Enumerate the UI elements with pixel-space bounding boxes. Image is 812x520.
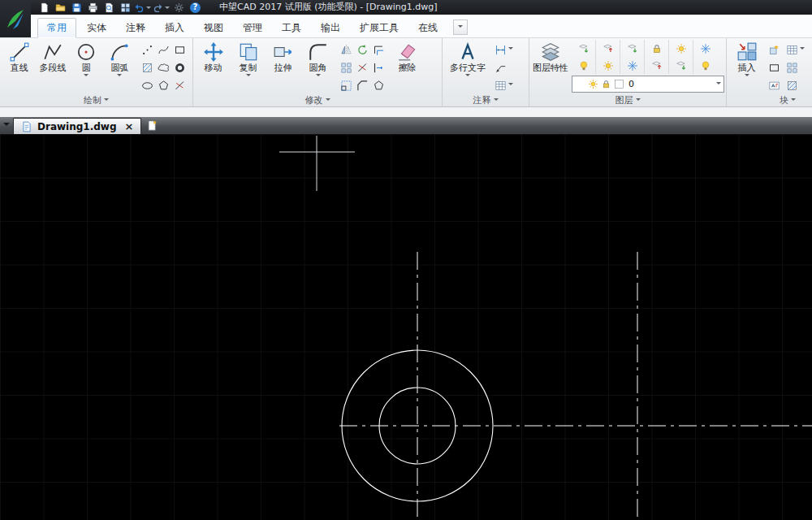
ribbon-collapse-button[interactable] <box>453 20 468 35</box>
previous-layer-button[interactable] <box>621 40 643 57</box>
layer-freeze-all-button[interactable] <box>694 40 716 57</box>
tab-home[interactable]: 常用 <box>37 18 76 38</box>
modify-group-label[interactable]: 修改 <box>193 94 442 106</box>
tab-annotate[interactable]: 注释 <box>117 19 154 37</box>
close-icon[interactable]: × <box>124 121 133 132</box>
layer-thaw-button[interactable] <box>597 57 619 74</box>
layer-properties-button[interactable]: 图层特性 <box>532 39 569 73</box>
ellipse-button[interactable] <box>139 76 155 94</box>
point-button[interactable] <box>139 41 155 58</box>
revision-cloud-button[interactable] <box>155 58 171 76</box>
layer-off-button[interactable] <box>694 57 716 74</box>
layer-merge-button[interactable] <box>670 57 692 74</box>
move-button[interactable]: 移动 <box>196 39 231 73</box>
ribbon-group-draw: 直线 多段线 圆 圆弧 <box>0 37 193 106</box>
print-button[interactable] <box>84 1 101 14</box>
edit-block-button[interactable] <box>767 58 782 76</box>
offset-button[interactable] <box>370 41 387 58</box>
layer-freeze-button[interactable] <box>621 57 643 74</box>
erase-button[interactable]: 擦除 <box>390 39 425 73</box>
tab-tools[interactable]: 工具 <box>273 19 310 37</box>
tab-output[interactable]: 输出 <box>312 19 349 37</box>
create-block-button[interactable] <box>767 41 782 58</box>
polygon-button[interactable] <box>155 76 171 94</box>
table-button[interactable] <box>493 76 515 94</box>
base-point-button[interactable] <box>784 76 806 94</box>
document-tab-bar: Drawing1.dwg × <box>0 117 812 134</box>
sun-icon <box>588 79 598 89</box>
annotate-group-label[interactable]: 注释 <box>443 94 529 106</box>
tab-view[interactable]: 视图 <box>195 19 232 37</box>
extend-button[interactable] <box>370 58 387 76</box>
chamfer-button[interactable] <box>354 76 370 94</box>
mirror-button[interactable] <box>338 41 354 58</box>
insert-block-button[interactable]: 插入 <box>729 39 764 79</box>
tab-insert[interactable]: 插入 <box>156 19 193 37</box>
sync-attributes-button[interactable] <box>784 58 806 76</box>
publish-button[interactable] <box>117 1 133 14</box>
match-layer-button[interactable] <box>597 40 619 57</box>
scale-button[interactable] <box>338 76 354 94</box>
leader-button[interactable] <box>493 58 515 76</box>
layer-on-button[interactable] <box>572 57 594 74</box>
rotate-button[interactable] <box>354 41 370 58</box>
fillet-button[interactable]: 圆角 <box>300 39 335 79</box>
layer-walk-button[interactable] <box>670 40 692 57</box>
copy-button[interactable]: 复制 <box>231 39 266 79</box>
line-button[interactable]: 直线 <box>2 39 36 73</box>
drawing-canvas[interactable] <box>0 134 812 520</box>
layer-lock-button[interactable] <box>646 40 667 57</box>
chevron-down-icon <box>465 74 470 79</box>
stretch-button[interactable]: 拉伸 <box>266 39 300 73</box>
make-current-layer-button[interactable] <box>572 40 594 57</box>
document-list-button[interactable] <box>0 117 13 134</box>
define-attribute-icon <box>786 44 798 56</box>
app-logo[interactable] <box>0 0 31 37</box>
stretch-icon <box>273 41 294 63</box>
new-file-button[interactable] <box>36 1 52 14</box>
array-icon <box>340 62 352 74</box>
dimension-button[interactable] <box>493 41 515 58</box>
draw-group-label[interactable]: 绘制 <box>0 94 192 106</box>
tab-express[interactable]: 扩展工具 <box>351 19 408 37</box>
define-attribute-button[interactable] <box>784 41 806 58</box>
layer-isolate-button[interactable] <box>646 57 667 74</box>
tab-manage[interactable]: 管理 <box>234 19 271 37</box>
circle-button[interactable]: 圆 <box>70 39 103 79</box>
redo-button[interactable] <box>152 1 171 14</box>
trim-button[interactable] <box>354 58 370 76</box>
explode-button[interactable] <box>370 76 387 94</box>
save-button[interactable] <box>68 1 84 14</box>
layers-group-label[interactable]: 图层 <box>529 94 726 106</box>
array-button[interactable] <box>338 58 354 76</box>
layer-select-dropdown[interactable]: 0 <box>572 76 724 93</box>
undo-button[interactable] <box>133 1 152 14</box>
plot-preview-button[interactable] <box>101 1 117 14</box>
model-space[interactable] <box>0 134 812 520</box>
copy-label: 复制 <box>240 63 257 73</box>
options-button[interactable] <box>171 1 187 14</box>
base-point-icon <box>786 80 798 92</box>
match-layer-icon <box>603 43 614 54</box>
help-button[interactable]: ? <box>190 2 201 13</box>
move-icon <box>203 41 224 63</box>
stretch-label: 拉伸 <box>274 63 292 73</box>
polyline-button[interactable]: 多段线 <box>36 39 69 73</box>
open-file-button[interactable] <box>52 1 68 14</box>
spline-button[interactable] <box>155 41 171 58</box>
ellipse-icon <box>141 80 153 92</box>
block-group-label[interactable]: 块 <box>727 94 812 106</box>
print-icon <box>88 2 98 13</box>
hatch-button[interactable] <box>139 58 155 76</box>
block-attribute-button[interactable] <box>767 76 782 94</box>
rectangle-button[interactable] <box>171 41 188 58</box>
donut-button[interactable] <box>171 58 188 76</box>
arc-button[interactable]: 圆弧 <box>103 39 136 79</box>
new-document-button[interactable] <box>141 117 162 134</box>
mtext-button[interactable]: 多行文字 <box>445 39 490 79</box>
merge-layer-icon <box>676 60 687 72</box>
tab-online[interactable]: 在线 <box>409 19 447 37</box>
construction-line-button[interactable] <box>171 76 188 94</box>
document-tab-drawing1[interactable]: Drawing1.dwg × <box>13 118 141 134</box>
tab-solid[interactable]: 实体 <box>78 19 115 37</box>
